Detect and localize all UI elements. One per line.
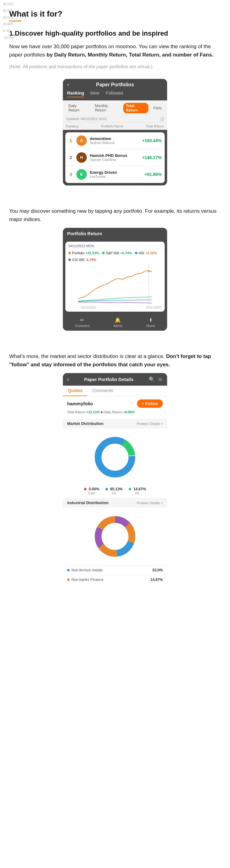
industrial-donut-chart [91, 512, 139, 561]
position-details-link-1[interactable]: Position Details > [137, 422, 163, 426]
portfolio-return-card: Portfolio Return 04/11/2022 MON Portfoli… [63, 228, 167, 331]
pp-tabs: Ranking Mine Followed [63, 91, 167, 100]
chart-inner: 04/11/2022 MON Portfolio +41.53% S&P 500… [65, 242, 165, 312]
market-donut-labels: 0.00% Cash 85.13% US 14.87% HK [63, 486, 167, 498]
pd-returns: Total Return +12.11% ■ Daily Return +0.0… [63, 410, 167, 417]
portfolio-author: Andrew WilsonA [90, 141, 139, 145]
pd-tab-quotes[interactable]: Quotes [63, 385, 88, 396]
ind-dot-1 [67, 569, 70, 571]
more-icon[interactable]: ☺ [158, 376, 163, 382]
portfolio-author: Hamish Cashflow [90, 158, 139, 161]
follow-button[interactable]: + Follow [137, 399, 163, 408]
industrial-row-1: Non-ferrous metals 53.0% [63, 565, 167, 575]
rank-3: 3 [68, 172, 73, 177]
ind-dot-2 [67, 579, 70, 581]
pd-tab-comments[interactable]: Comments [88, 385, 118, 396]
rank-2: 2 [68, 155, 73, 160]
page-title: What is it for? [9, 9, 221, 19]
legend-portfolio-dot [68, 252, 71, 254]
legend-hsi: HSI +6.58% [135, 251, 157, 255]
filter-daily-return[interactable]: Daily Return [66, 103, 90, 113]
pd-body: Quotes Comments hammyfolio + Follow Tota… [63, 385, 167, 584]
portfolio-name: demontime [90, 136, 139, 141]
filter-fans[interactable]: Fans [151, 105, 164, 111]
pd-header-icons: 🔍 ☺ [149, 376, 163, 382]
market-donut-container [63, 428, 167, 486]
chart-header: Portfolio Return [63, 228, 167, 239]
refresh-icon[interactable]: ⬜ [160, 117, 164, 121]
legend-sp500-dot [102, 252, 105, 254]
chart-svg [68, 265, 162, 305]
pp-col-headers: Ranking Portfolio Name Total Return [63, 123, 167, 130]
portfolio-author: LeeTyrese [90, 175, 141, 178]
rank-1: 1 [68, 138, 73, 143]
share-icon: ⬆ [149, 317, 153, 323]
position-details-link-2[interactable]: Position Details > [137, 501, 163, 505]
return-value: +193.44% [142, 138, 162, 143]
pp-tab-followed[interactable]: Followed [106, 91, 123, 97]
chart-bottom-nav: ✏ Comment 🔔 Alerts ⬆ Share [63, 314, 167, 331]
portfolio-info: Energy Driven LeeTyrese [90, 170, 141, 178]
chart-legend: Portfolio +41.53% S&P 500 +5.74% HSI +6.… [65, 249, 165, 264]
chart-date: 04/11/2022 MON [65, 242, 165, 249]
legend-sp500: S&P 500 +5.74% [102, 251, 132, 255]
pp-tab-mine[interactable]: Mine [90, 91, 99, 97]
return-value: +91.80% [144, 172, 162, 177]
table-row[interactable]: 1 A demontime Andrew WilsonA +193.44% [65, 132, 165, 149]
section3-body: What's more, the market and sector distr… [9, 352, 221, 369]
legend-csi300-dot [68, 258, 71, 261]
section1-heading: 1.Discover high-quality portfolios and b… [9, 29, 221, 38]
pp-filters: Daily Return Monthly Return Total Return… [63, 100, 167, 116]
portfolio-info: demontime Andrew WilsonA [90, 136, 139, 145]
pp-updated: Updated: 04/12/2022 16:01 ⬜ [63, 116, 167, 123]
portfolio-details-card: ‹ Paper Portfolio Details 🔍 ☺ Quotes Com… [63, 373, 167, 584]
pd-info-row: hammyfolio + Follow [63, 396, 167, 410]
return-value: +146.17% [142, 155, 162, 160]
portfolio-info: Hamish PHD Bonus Hamish Cashflow [90, 153, 139, 161]
pd-header: ‹ Paper Portfolio Details 🔍 ☺ [63, 373, 167, 385]
legend-csi300: CSI 300 -1.79% [68, 258, 96, 261]
pp-header-title: Paper Portfolios [96, 82, 134, 88]
pd-back-icon[interactable]: ‹ [67, 376, 69, 382]
industrial-distribution-section: Industrial Distribution Position Details… [63, 498, 167, 507]
filter-monthly-return[interactable]: Monthly Return [92, 103, 121, 113]
comment-icon: ✏ [80, 317, 84, 323]
search-icon[interactable]: 🔍 [149, 376, 155, 382]
portfolio-name: Energy Driven [90, 170, 141, 175]
market-label-cash: 0.00% Cash [84, 486, 99, 495]
chart-x-labels: 03/15/2022 04/11/2022 [65, 305, 165, 312]
market-distribution-section: Market Distribution Position Details > [63, 419, 167, 428]
pd-portfolio-name: hammyfolio [67, 401, 93, 406]
section1-note: (Note: All positions and transactions of… [9, 63, 221, 70]
pp-portfolio-list: 1 A demontime Andrew WilsonA +193.44% 2 … [65, 132, 165, 183]
avatar: A [76, 135, 87, 146]
nav-comment[interactable]: ✏ Comment [75, 317, 90, 328]
section1-body: Now we have over 30,000 paper portfolios… [9, 42, 221, 59]
industrial-row-2: Non-banks Finance 14.87% [63, 575, 167, 584]
market-donut-chart [91, 433, 139, 482]
portfolio-name: Hamish PHD Bonus [90, 153, 139, 158]
bell-icon: 🔔 [115, 317, 121, 323]
avatar: H [76, 152, 87, 163]
avatar: E [76, 169, 87, 180]
filter-total-return[interactable]: Total Return [123, 103, 149, 113]
svg-point-11 [101, 444, 129, 471]
legend-hsi-dot [135, 252, 137, 254]
nav-alerts[interactable]: 🔔 Alerts [113, 317, 122, 328]
pp-back-icon[interactable]: ‹ [67, 81, 69, 88]
market-label-us: 85.13% US [105, 486, 123, 495]
pp-tab-ranking[interactable]: Ranking [67, 91, 84, 97]
table-row[interactable]: 3 E Energy Driven LeeTyrese +91.80% [65, 166, 165, 183]
pd-tabs: Quotes Comments [63, 385, 167, 396]
market-label-hk: 14.87% HK [129, 486, 146, 495]
industrial-donut-container [63, 507, 167, 565]
nav-share[interactable]: ⬆ Share [146, 317, 155, 328]
section2-body: You may discover something new by tappin… [9, 207, 221, 223]
svg-point-16 [101, 523, 129, 550]
paper-portfolios-card: ‹ Paper Portfolios Ranking Mine Followed… [63, 79, 167, 185]
chart-area: 85.52% 65.57% 45.61% 25.66% 5.70% -14.29… [65, 264, 165, 305]
table-row[interactable]: 2 H Hamish PHD Bonus Hamish Cashflow +14… [65, 149, 165, 166]
svg-point-7 [148, 270, 150, 272]
pp-header: ‹ Paper Portfolios [63, 79, 167, 91]
legend-portfolio: Portfolio +41.53% [68, 251, 99, 255]
